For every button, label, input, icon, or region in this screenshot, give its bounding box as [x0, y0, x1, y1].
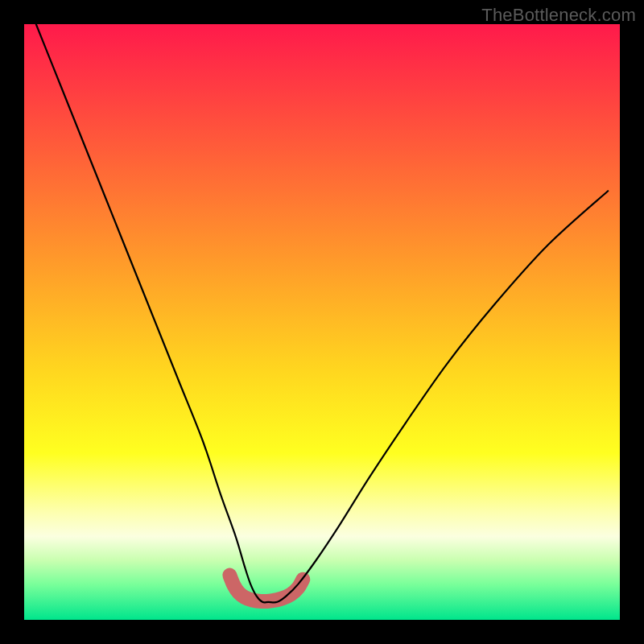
chart-frame: TheBottleneck.com: [0, 0, 644, 644]
watermark-text: TheBottleneck.com: [481, 5, 636, 26]
gradient-background: [24, 24, 620, 620]
plot-area: [24, 24, 620, 620]
chart-svg: [24, 24, 620, 620]
